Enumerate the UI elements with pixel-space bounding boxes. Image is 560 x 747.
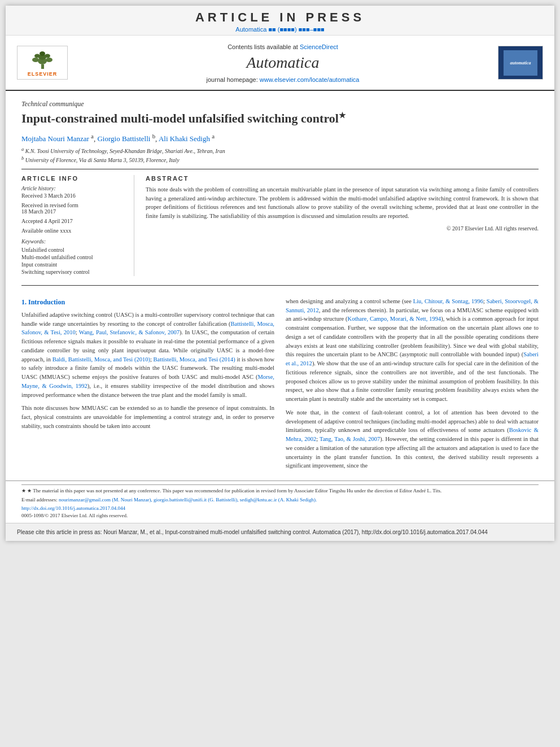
accepted-date: Accepted 4 April 2017 [21, 218, 126, 224]
aip-banner: ARTICLE IN PRESS Automatica ■■ (■■■■) ■■… [6, 6, 554, 36]
divider-2 [21, 285, 539, 286]
online-date: Available online xxxx [21, 228, 126, 234]
doi-line: http://dx.doi.org/10.1016/j.automatica.2… [21, 505, 539, 512]
title-star: ★ [339, 111, 346, 120]
svg-point-7 [45, 54, 50, 58]
elsevier-logo: ELSEVIER [17, 46, 68, 80]
homepage-link[interactable]: www.elsevier.com/locate/automatica [260, 76, 360, 83]
journal-name: Automatica [73, 54, 492, 72]
body-col-left: 1. Introduction Unfalsified adaptive swi… [21, 297, 274, 475]
section1-heading: 1. Introduction [21, 297, 274, 307]
automatica-logo-text: automatica [510, 60, 531, 65]
section-type: Technical communique [21, 100, 539, 108]
keyword-1: Unfalsified control [21, 247, 126, 253]
footnote-star: ★ [21, 488, 27, 493]
body-para-1: Unfalsified adaptive switching control (… [21, 311, 274, 400]
citation-bar: Please cite this article in press as: No… [6, 523, 554, 541]
svg-rect-0 [41, 64, 44, 69]
homepage-line: journal homepage: www.elsevier.com/locat… [73, 74, 492, 84]
journal-header: ELSEVIER Contents lists available at Sci… [6, 36, 554, 91]
history-label: Article history: [21, 185, 126, 191]
abstract-col: ABSTRACT This note deals with the proble… [146, 175, 539, 276]
footnote-area: ★ ★ The material in this paper was not p… [6, 480, 554, 522]
footnote-text: ★ ★ The material in this paper was not p… [21, 484, 539, 495]
sciencedirect-link[interactable]: ScienceDirect [300, 43, 338, 50]
aip-subtitle: Automatica ■■ (■■■■) ■■■–■■■ [6, 26, 554, 33]
article-info-abstract: ARTICLE INFO Article history: Received 3… [21, 175, 539, 276]
abstract-text: This note deals with the problem of cont… [146, 185, 539, 221]
copyright: © 2017 Elsevier Ltd. All rights reserved… [146, 225, 539, 231]
paper-title: Input-constrained multi-model unfalsifie… [21, 111, 539, 127]
keyword-3: Input constraint [21, 261, 126, 268]
paper-content: Technical communique Input-constrained m… [6, 91, 554, 282]
svg-point-6 [34, 54, 40, 58]
divider-1 [21, 169, 539, 169]
email-line: E-mail addresses: nourimanzar@gmail.com … [21, 496, 539, 504]
automatica-logo: automatica [498, 46, 543, 80]
abstract-header: ABSTRACT [146, 175, 539, 182]
body-para-3: when designing and analyzing a control s… [286, 297, 539, 404]
body-para-4: We note that, in the context of fault-to… [286, 408, 539, 470]
body-two-col: 1. Introduction Unfalsified adaptive swi… [6, 289, 554, 480]
journal-center: Contents lists available at ScienceDirec… [73, 41, 492, 84]
svg-point-4 [32, 58, 39, 62]
affiliation-a: a K.N. Toosi University of Technology, S… [21, 147, 539, 154]
keyword-4: Switching supervisory control [21, 269, 126, 275]
received-date: Received 3 March 2016 [21, 193, 126, 199]
authors: Mojtaba Nouri Manzar a, Giorgio Battiste… [21, 133, 539, 143]
citation-text: Please cite this article in press as: No… [17, 529, 488, 535]
svg-point-5 [46, 58, 53, 62]
keywords-section: Keywords: Unfalsified control Multi-mode… [21, 238, 126, 275]
article-info: ARTICLE INFO Article history: Received 3… [21, 175, 134, 276]
body-col-right: when designing and analyzing a control s… [286, 297, 539, 475]
doi-link[interactable]: http://dx.doi.org/10.1016/j.automatica.2… [21, 505, 125, 511]
contents-line: Contents lists available at ScienceDirec… [73, 41, 492, 51]
issn-line: 0005-1098/© 2017 Elsevier Ltd. All right… [21, 512, 539, 519]
revised-label: Received in revised form 18 March 2017 [21, 202, 126, 215]
email-links: nourimanzar@gmail.com (M. Nouri Manzar),… [59, 497, 317, 503]
body-para-2: This note discusses how MMUASC can be ex… [21, 404, 274, 430]
keywords-label: Keywords: [21, 238, 126, 244]
elsevier-text: ELSEVIER [28, 71, 58, 77]
svg-point-3 [40, 51, 45, 56]
aip-title: ARTICLE IN PRESS [6, 10, 554, 25]
keyword-2: Multi-model unfalsified control [21, 254, 126, 260]
article-info-header: ARTICLE INFO [21, 175, 126, 182]
elsevier-tree-icon [27, 49, 58, 70]
affiliation-b: b University of Florence, Via di Santa M… [21, 156, 539, 163]
